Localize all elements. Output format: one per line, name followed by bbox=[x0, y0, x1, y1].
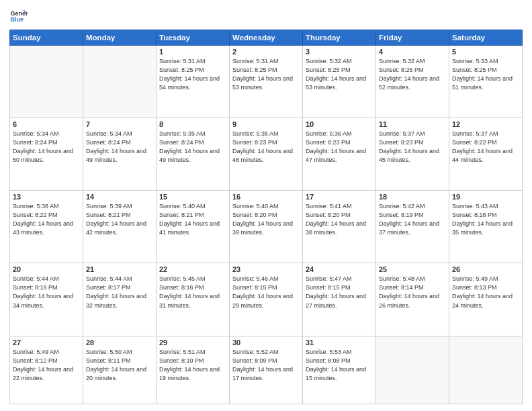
day-info: Sunrise: 5:44 AMSunset: 8:18 PMDaylight:… bbox=[13, 275, 80, 310]
day-info: Sunrise: 5:46 AMSunset: 8:15 PMDaylight:… bbox=[232, 275, 300, 310]
day-info: Sunrise: 5:44 AMSunset: 8:17 PMDaylight:… bbox=[86, 275, 153, 310]
day-info: Sunrise: 5:32 AMSunset: 8:25 PMDaylight:… bbox=[379, 57, 446, 92]
day-info: Sunrise: 5:45 AMSunset: 8:16 PMDaylight:… bbox=[159, 275, 226, 310]
day-info: Sunrise: 5:50 AMSunset: 8:11 PMDaylight:… bbox=[86, 348, 153, 383]
day-cell: 12Sunrise: 5:37 AMSunset: 8:22 PMDayligh… bbox=[449, 118, 523, 191]
day-info: Sunrise: 5:42 AMSunset: 8:19 PMDaylight:… bbox=[379, 202, 446, 237]
calendar-table: SundayMondayTuesdayWednesdayThursdayFrid… bbox=[9, 30, 523, 404]
day-number: 25 bbox=[379, 265, 446, 273]
day-cell: 31Sunrise: 5:53 AMSunset: 8:08 PMDayligh… bbox=[303, 336, 376, 404]
day-cell: 1Sunrise: 5:31 AMSunset: 8:25 PMDaylight… bbox=[157, 46, 230, 118]
week-row-3: 13Sunrise: 5:38 AMSunset: 8:22 PMDayligh… bbox=[10, 191, 523, 263]
header: General Blue bbox=[9, 7, 523, 26]
weekday-tuesday: Tuesday bbox=[157, 30, 230, 46]
day-cell: 16Sunrise: 5:40 AMSunset: 8:20 PMDayligh… bbox=[230, 191, 303, 263]
day-info: Sunrise: 5:34 AMSunset: 8:24 PMDaylight:… bbox=[13, 130, 80, 165]
day-number: 9 bbox=[232, 120, 300, 128]
day-number: 22 bbox=[159, 265, 226, 273]
logo: General Blue bbox=[9, 7, 28, 26]
day-cell: 30Sunrise: 5:52 AMSunset: 8:09 PMDayligh… bbox=[230, 336, 303, 404]
day-info: Sunrise: 5:43 AMSunset: 8:18 PMDaylight:… bbox=[452, 202, 519, 237]
day-number: 7 bbox=[86, 120, 153, 128]
day-cell bbox=[83, 46, 157, 118]
day-number: 19 bbox=[452, 193, 519, 201]
day-cell bbox=[449, 336, 523, 404]
weekday-header-row: SundayMondayTuesdayWednesdayThursdayFrid… bbox=[10, 30, 523, 46]
day-info: Sunrise: 5:48 AMSunset: 8:14 PMDaylight:… bbox=[379, 275, 446, 310]
logo-icon: General Blue bbox=[9, 7, 28, 26]
day-cell: 2Sunrise: 5:31 AMSunset: 8:25 PMDaylight… bbox=[230, 46, 303, 118]
day-cell bbox=[10, 46, 83, 118]
day-cell: 25Sunrise: 5:48 AMSunset: 8:14 PMDayligh… bbox=[376, 263, 449, 336]
day-number: 20 bbox=[13, 265, 80, 273]
page: General Blue SundayMondayTuesdayWednesda… bbox=[0, 0, 532, 411]
day-cell: 10Sunrise: 5:36 AMSunset: 8:23 PMDayligh… bbox=[303, 118, 376, 191]
day-number: 30 bbox=[232, 338, 300, 347]
day-number: 12 bbox=[452, 120, 519, 128]
day-info: Sunrise: 5:49 AMSunset: 8:13 PMDaylight:… bbox=[452, 275, 519, 310]
day-cell: 3Sunrise: 5:32 AMSunset: 8:25 PMDaylight… bbox=[303, 46, 376, 118]
day-number: 18 bbox=[379, 193, 446, 201]
day-number: 27 bbox=[13, 338, 80, 347]
day-number: 10 bbox=[306, 120, 373, 128]
week-row-5: 27Sunrise: 5:49 AMSunset: 8:12 PMDayligh… bbox=[10, 336, 523, 404]
weekday-monday: Monday bbox=[83, 30, 157, 46]
day-number: 13 bbox=[13, 193, 80, 201]
day-cell: 9Sunrise: 5:35 AMSunset: 8:23 PMDaylight… bbox=[230, 118, 303, 191]
day-info: Sunrise: 5:39 AMSunset: 8:21 PMDaylight:… bbox=[86, 202, 153, 237]
day-info: Sunrise: 5:37 AMSunset: 8:23 PMDaylight:… bbox=[379, 130, 446, 165]
day-cell: 24Sunrise: 5:47 AMSunset: 8:15 PMDayligh… bbox=[303, 263, 376, 336]
weekday-thursday: Thursday bbox=[303, 30, 376, 46]
weekday-saturday: Saturday bbox=[449, 30, 523, 46]
day-cell: 21Sunrise: 5:44 AMSunset: 8:17 PMDayligh… bbox=[83, 263, 157, 336]
day-cell: 22Sunrise: 5:45 AMSunset: 8:16 PMDayligh… bbox=[157, 263, 230, 336]
day-info: Sunrise: 5:33 AMSunset: 8:25 PMDaylight:… bbox=[452, 57, 519, 92]
week-row-4: 20Sunrise: 5:44 AMSunset: 8:18 PMDayligh… bbox=[10, 263, 523, 336]
day-number: 23 bbox=[232, 265, 300, 273]
day-cell: 13Sunrise: 5:38 AMSunset: 8:22 PMDayligh… bbox=[10, 191, 83, 263]
day-cell: 15Sunrise: 5:40 AMSunset: 8:21 PMDayligh… bbox=[157, 191, 230, 263]
svg-text:General: General bbox=[10, 10, 28, 17]
day-info: Sunrise: 5:35 AMSunset: 8:24 PMDaylight:… bbox=[159, 130, 226, 165]
day-info: Sunrise: 5:31 AMSunset: 8:25 PMDaylight:… bbox=[159, 57, 226, 92]
day-number: 16 bbox=[232, 193, 300, 201]
day-cell: 11Sunrise: 5:37 AMSunset: 8:23 PMDayligh… bbox=[376, 118, 449, 191]
day-number: 17 bbox=[306, 193, 373, 201]
day-number: 31 bbox=[306, 338, 373, 347]
day-number: 1 bbox=[159, 48, 226, 56]
day-info: Sunrise: 5:40 AMSunset: 8:21 PMDaylight:… bbox=[159, 202, 226, 237]
day-number: 26 bbox=[452, 265, 519, 273]
day-info: Sunrise: 5:36 AMSunset: 8:23 PMDaylight:… bbox=[306, 130, 373, 165]
day-info: Sunrise: 5:34 AMSunset: 8:24 PMDaylight:… bbox=[86, 130, 153, 165]
day-number: 2 bbox=[232, 48, 300, 56]
day-cell: 17Sunrise: 5:41 AMSunset: 8:20 PMDayligh… bbox=[303, 191, 376, 263]
day-cell: 19Sunrise: 5:43 AMSunset: 8:18 PMDayligh… bbox=[449, 191, 523, 263]
weekday-friday: Friday bbox=[376, 30, 449, 46]
day-number: 29 bbox=[159, 338, 226, 347]
day-number: 14 bbox=[86, 193, 153, 201]
day-number: 21 bbox=[86, 265, 153, 273]
day-cell: 18Sunrise: 5:42 AMSunset: 8:19 PMDayligh… bbox=[376, 191, 449, 263]
day-info: Sunrise: 5:51 AMSunset: 8:10 PMDaylight:… bbox=[159, 348, 226, 383]
day-number: 11 bbox=[379, 120, 446, 128]
day-number: 4 bbox=[379, 48, 446, 56]
day-number: 28 bbox=[86, 338, 153, 347]
week-row-2: 6Sunrise: 5:34 AMSunset: 8:24 PMDaylight… bbox=[10, 118, 523, 191]
day-cell: 26Sunrise: 5:49 AMSunset: 8:13 PMDayligh… bbox=[449, 263, 523, 336]
day-cell: 4Sunrise: 5:32 AMSunset: 8:25 PMDaylight… bbox=[376, 46, 449, 118]
day-cell: 6Sunrise: 5:34 AMSunset: 8:24 PMDaylight… bbox=[10, 118, 83, 191]
svg-text:Blue: Blue bbox=[10, 16, 24, 23]
day-info: Sunrise: 5:49 AMSunset: 8:12 PMDaylight:… bbox=[13, 348, 80, 383]
day-cell: 23Sunrise: 5:46 AMSunset: 8:15 PMDayligh… bbox=[230, 263, 303, 336]
day-info: Sunrise: 5:41 AMSunset: 8:20 PMDaylight:… bbox=[306, 202, 373, 237]
day-info: Sunrise: 5:31 AMSunset: 8:25 PMDaylight:… bbox=[232, 57, 300, 92]
day-cell: 27Sunrise: 5:49 AMSunset: 8:12 PMDayligh… bbox=[10, 336, 83, 404]
day-info: Sunrise: 5:32 AMSunset: 8:25 PMDaylight:… bbox=[306, 57, 373, 92]
day-info: Sunrise: 5:47 AMSunset: 8:15 PMDaylight:… bbox=[306, 275, 373, 310]
day-info: Sunrise: 5:38 AMSunset: 8:22 PMDaylight:… bbox=[13, 202, 80, 237]
day-number: 8 bbox=[159, 120, 226, 128]
day-number: 5 bbox=[452, 48, 519, 56]
day-cell: 7Sunrise: 5:34 AMSunset: 8:24 PMDaylight… bbox=[83, 118, 157, 191]
day-cell: 28Sunrise: 5:50 AMSunset: 8:11 PMDayligh… bbox=[83, 336, 157, 404]
day-info: Sunrise: 5:52 AMSunset: 8:09 PMDaylight:… bbox=[232, 348, 300, 383]
